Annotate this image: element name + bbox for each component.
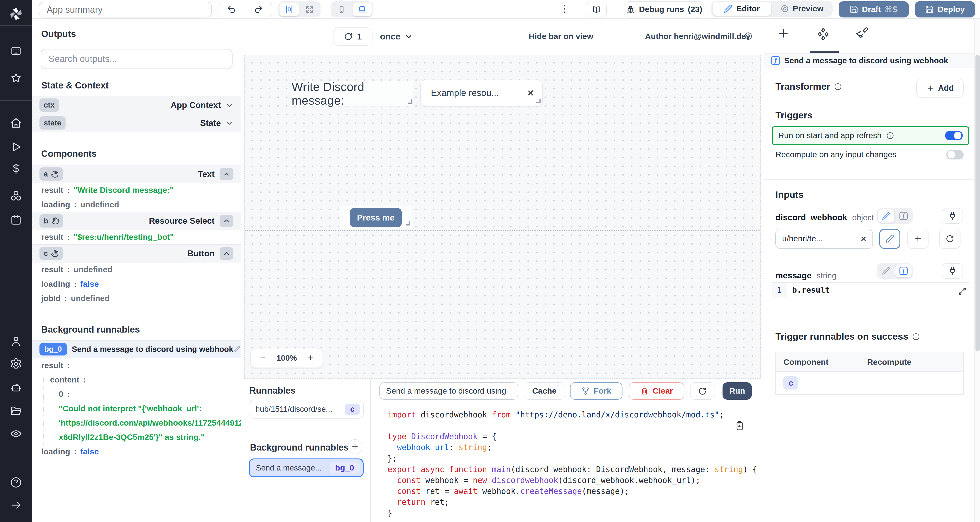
clear-resource-icon[interactable]: × bbox=[861, 234, 866, 243]
clear-button[interactable]: Clear bbox=[629, 382, 684, 400]
pencil-icon bbox=[724, 4, 733, 13]
output-row-ctx[interactable]: ctx App Context bbox=[32, 96, 241, 114]
zoom-out-button[interactable]: − bbox=[251, 353, 275, 363]
workspace-icon[interactable] bbox=[0, 40, 32, 62]
output-row-state[interactable]: state State bbox=[32, 114, 241, 132]
tab-preview[interactable]: Preview bbox=[772, 2, 831, 16]
fork-button[interactable]: Fork bbox=[570, 382, 622, 400]
collapse-chevron-up-icon[interactable] bbox=[220, 168, 234, 180]
info-icon[interactable] bbox=[912, 333, 920, 341]
scrollbar-thumb[interactable] bbox=[975, 55, 980, 351]
cache-button[interactable]: Cache bbox=[524, 382, 565, 400]
connect-plug-button[interactable] bbox=[942, 263, 963, 279]
bounded-width-button[interactable] bbox=[280, 3, 299, 16]
output-kv-row: 0: bbox=[32, 387, 241, 401]
tab-editor[interactable]: Editor bbox=[713, 2, 771, 16]
run-on-start-toggle[interactable] bbox=[945, 131, 963, 140]
refresh-code-button[interactable] bbox=[690, 382, 715, 400]
expand-editor-icon[interactable] bbox=[958, 286, 967, 296]
full-width-button[interactable] bbox=[300, 3, 319, 16]
mobile-view-button[interactable] bbox=[332, 3, 351, 16]
eval-function-mode-button[interactable]: ƒ bbox=[896, 209, 912, 223]
info-icon[interactable] bbox=[744, 32, 753, 41]
settings-gear-icon[interactable] bbox=[0, 353, 32, 375]
chevron-down-icon[interactable] bbox=[226, 119, 233, 127]
resource-picker[interactable]: u/henri/te... × bbox=[775, 229, 873, 249]
favorites-star-icon[interactable] bbox=[0, 67, 32, 89]
workers-robot-icon[interactable] bbox=[0, 376, 32, 399]
message-expression-editor[interactable]: 1 b.result bbox=[772, 282, 969, 298]
field-type: string bbox=[817, 271, 837, 280]
component-header-c[interactable]: cButton bbox=[32, 244, 241, 263]
canvas-resource-select-component[interactable]: Example resou... × bbox=[420, 80, 543, 106]
help-icon[interactable] bbox=[0, 471, 32, 493]
background-runnable-item-selected[interactable]: Send a message... bg_0 bbox=[249, 458, 364, 477]
static-pencil-mode-button[interactable] bbox=[878, 264, 894, 277]
add-resource-button[interactable] bbox=[907, 229, 929, 249]
undo-redo-group bbox=[218, 2, 272, 17]
runnable-item[interactable]: hub/1511/discord/se... c bbox=[249, 400, 364, 419]
output-kv-row: result:undefined bbox=[32, 263, 241, 277]
clear-selection-icon[interactable]: × bbox=[527, 88, 533, 98]
tab-styling-brush-icon[interactable] bbox=[856, 27, 869, 40]
background-runnable-row-bg0[interactable]: bg_0 Send a message to discord using web… bbox=[32, 340, 241, 358]
resize-handle[interactable] bbox=[408, 99, 412, 103]
run-button[interactable]: Run bbox=[722, 382, 752, 400]
variables-dollar-icon[interactable] bbox=[0, 158, 32, 180]
component-header-b[interactable]: bResource Select bbox=[32, 212, 241, 230]
canvas-text-component[interactable]: Write Discord message: bbox=[292, 81, 413, 106]
collapse-chevron-up-icon[interactable] bbox=[220, 215, 234, 227]
audit-eye-icon[interactable] bbox=[0, 422, 32, 445]
edit-pencil-icon[interactable] bbox=[233, 346, 240, 353]
runs-play-icon[interactable] bbox=[0, 136, 32, 158]
resize-handle[interactable] bbox=[406, 221, 410, 226]
refresh-mode-dropdown[interactable]: once bbox=[380, 27, 413, 46]
recompute-toggle[interactable] bbox=[946, 150, 964, 159]
collapse-sidebar-arrow-icon[interactable] bbox=[0, 494, 32, 516]
zoom-in-button[interactable]: + bbox=[299, 353, 322, 363]
copy-code-icon[interactable] bbox=[734, 420, 745, 431]
tab-add-component-plus-icon[interactable] bbox=[777, 27, 790, 40]
refresh-count-button[interactable]: 1 bbox=[333, 27, 372, 46]
add-background-runnable-button[interactable] bbox=[348, 439, 363, 454]
edit-resource-pencil-button[interactable] bbox=[879, 229, 900, 249]
refresh-resource-button[interactable] bbox=[939, 229, 961, 249]
draft-button[interactable]: Draft⌘S bbox=[839, 2, 909, 18]
resources-cubes-icon[interactable] bbox=[0, 185, 32, 207]
static-pencil-mode-button[interactable] bbox=[878, 209, 894, 223]
info-icon[interactable] bbox=[834, 83, 842, 91]
canvas-press-me-button[interactable]: Press me bbox=[350, 208, 402, 227]
runnable-badge: c bbox=[345, 404, 360, 415]
debug-runs-button[interactable]: Debug runs (23) bbox=[624, 2, 705, 18]
app-canvas[interactable]: Write Discord message: Example resou... … bbox=[244, 55, 760, 379]
runnables-title: Runnables bbox=[241, 385, 370, 396]
table-row: c bbox=[776, 372, 963, 394]
undo-button[interactable] bbox=[218, 2, 245, 17]
windmill-logo-icon[interactable] bbox=[0, 3, 32, 25]
trigger-run-on-start: Run on start and app refresh bbox=[772, 126, 969, 145]
add-transformer-button[interactable]: Add bbox=[916, 79, 964, 97]
more-options-kebab-icon[interactable]: ⋮ bbox=[560, 3, 570, 14]
eval-function-mode-button[interactable]: ƒ bbox=[896, 264, 912, 277]
runnable-name-input[interactable] bbox=[379, 382, 518, 400]
home-icon[interactable] bbox=[0, 112, 32, 134]
info-icon[interactable] bbox=[886, 132, 894, 140]
schedules-calendar-icon[interactable] bbox=[0, 209, 32, 231]
tab-component-settings-icon[interactable] bbox=[816, 27, 830, 41]
redo-button[interactable] bbox=[245, 2, 272, 17]
component-header-a[interactable]: aText bbox=[32, 165, 241, 183]
folders-icon[interactable] bbox=[0, 399, 32, 422]
connect-plug-button[interactable] bbox=[942, 208, 963, 224]
users-person-icon[interactable] bbox=[0, 330, 32, 353]
docs-book-button[interactable] bbox=[586, 2, 607, 18]
plus-icon bbox=[926, 84, 934, 92]
desktop-view-button[interactable] bbox=[353, 3, 372, 16]
discord-webhook-mode-segment: ƒ bbox=[877, 208, 913, 224]
collapse-chevron-up-icon[interactable] bbox=[220, 247, 234, 260]
resize-handle[interactable] bbox=[536, 99, 541, 103]
app-summary-input[interactable] bbox=[39, 2, 212, 18]
deploy-button[interactable]: Deploy bbox=[915, 2, 975, 18]
search-outputs-input[interactable] bbox=[41, 49, 232, 69]
code-editor[interactable]: import discordwebhook from "https://deno… bbox=[371, 404, 764, 522]
chevron-down-icon[interactable] bbox=[226, 102, 233, 109]
